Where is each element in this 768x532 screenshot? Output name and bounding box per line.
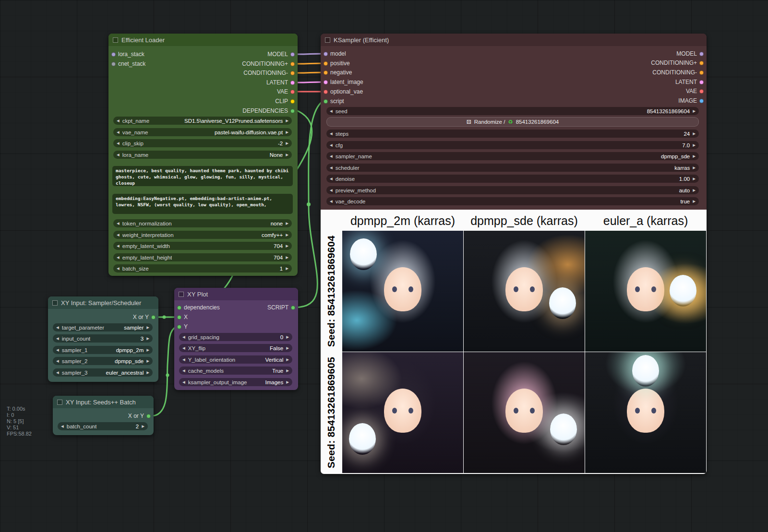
link-midpoint-dot[interactable] bbox=[163, 316, 166, 319]
widget-lora-name[interactable]: ◀lora_nameNone▶ bbox=[113, 151, 292, 159]
decrement-icon[interactable]: ◀ bbox=[330, 200, 333, 203]
widget-grid-spacing[interactable]: ◀grid_spacing0▶ bbox=[179, 333, 292, 341]
output-conditioning-plus[interactable]: CONDITIONING+ bbox=[242, 60, 295, 68]
randomize-seed-button[interactable]: ⚄Randomize /♻85413261869604 bbox=[326, 117, 699, 127]
decrement-icon[interactable]: ◀ bbox=[182, 346, 185, 350]
decrement-icon[interactable]: ◀ bbox=[117, 153, 120, 157]
increment-icon[interactable]: ▶ bbox=[286, 153, 288, 157]
node-xy-input-seeds-batch[interactable]: XY Input: Seeds++ Batch X or Y ◀batch_co… bbox=[53, 396, 154, 435]
decrement-icon[interactable]: ◀ bbox=[330, 177, 333, 181]
node-xy-input-sampler-scheduler[interactable]: XY Input: Sampler/Scheduler X or Y ◀targ… bbox=[48, 296, 158, 382]
output-clip[interactable]: CLIP bbox=[275, 97, 295, 105]
slot-dot[interactable] bbox=[290, 52, 295, 57]
decrement-icon[interactable]: ◀ bbox=[330, 109, 333, 113]
slot-dot[interactable] bbox=[324, 99, 328, 104]
increment-icon[interactable]: ▶ bbox=[693, 154, 696, 158]
input-positive[interactable]: positive bbox=[324, 59, 350, 67]
slot-dot[interactable] bbox=[324, 80, 328, 84]
decrement-icon[interactable]: ◀ bbox=[56, 371, 59, 375]
node-header-xy-plot[interactable]: XY Plot bbox=[174, 288, 298, 300]
output-vae[interactable]: VAE bbox=[277, 88, 295, 95]
widget-weight-interpretation[interactable]: ◀weight_interpretationcomfy++▶ bbox=[113, 231, 292, 239]
increment-icon[interactable]: ▶ bbox=[286, 142, 288, 145]
widget-preview-method[interactable]: ◀preview_methodauto▶ bbox=[326, 186, 699, 194]
increment-icon[interactable]: ▶ bbox=[693, 166, 696, 170]
increment-icon[interactable]: ▶ bbox=[693, 200, 696, 203]
output-x-or-y[interactable]: X or Y bbox=[128, 412, 151, 420]
widget-ksampler-output-image[interactable]: ◀ksampler_output_imageImages▶ bbox=[179, 378, 292, 386]
increment-icon[interactable]: ▶ bbox=[286, 222, 288, 225]
widget-sampler-1[interactable]: ◀sampler_1dpmpp_2m▶ bbox=[53, 346, 153, 354]
link-midpoint-dot[interactable] bbox=[166, 374, 169, 377]
output-dependencies[interactable]: DEPENDENCIES bbox=[242, 107, 295, 115]
node-xy-plot[interactable]: XY Plot dependencies SCRIPT X Y ◀grid_sp… bbox=[174, 288, 298, 390]
input-model[interactable]: model bbox=[324, 50, 346, 58]
widget-token-normalization[interactable]: ◀token_normalizationnone▶ bbox=[113, 219, 292, 227]
slot-dot[interactable] bbox=[111, 52, 116, 57]
increment-icon[interactable]: ▶ bbox=[286, 130, 288, 134]
slot-dot[interactable] bbox=[699, 71, 704, 75]
increment-icon[interactable]: ▶ bbox=[286, 380, 289, 384]
node-header-efficient-loader[interactable]: Efficient Loader bbox=[108, 34, 298, 46]
input-dependencies[interactable]: dependencies bbox=[177, 304, 220, 311]
preview-image-row1-col3[interactable] bbox=[585, 231, 706, 352]
widget-denoise[interactable]: ◀denoise1.00▶ bbox=[326, 175, 699, 183]
output-vae[interactable]: VAE bbox=[686, 87, 704, 95]
slot-dot[interactable] bbox=[290, 62, 295, 66]
slot-dot[interactable] bbox=[291, 306, 295, 310]
preview-image-row2-col2[interactable] bbox=[464, 352, 585, 473]
increment-icon[interactable]: ▶ bbox=[693, 132, 696, 136]
increment-icon[interactable]: ▶ bbox=[146, 371, 149, 375]
decrement-icon[interactable]: ◀ bbox=[182, 358, 185, 362]
output-conditioning-minus[interactable]: CONDITIONING- bbox=[243, 69, 295, 77]
increment-icon[interactable]: ▶ bbox=[146, 326, 149, 330]
widget-scheduler[interactable]: ◀schedulerkarras▶ bbox=[326, 164, 699, 172]
preview-image-row2-col1[interactable] bbox=[342, 352, 463, 473]
slot-dot[interactable] bbox=[177, 315, 181, 319]
preview-image-row1-col1[interactable] bbox=[342, 231, 463, 352]
increment-icon[interactable]: ▶ bbox=[286, 256, 288, 260]
output-image[interactable]: IMAGE bbox=[678, 97, 704, 105]
node-header-ksampler[interactable]: KSampler (Efficient) bbox=[321, 34, 707, 46]
increment-icon[interactable]: ▶ bbox=[286, 267, 288, 271]
widget-sampler-name[interactable]: ◀sampler_namedpmpp_sde▶ bbox=[326, 152, 699, 160]
increment-icon[interactable]: ▶ bbox=[693, 109, 696, 113]
output-latent[interactable]: LATENT bbox=[266, 79, 295, 86]
input-script[interactable]: script bbox=[324, 97, 344, 105]
slot-dot[interactable] bbox=[324, 90, 328, 94]
output-conditioning-plus[interactable]: CONDITIONING+ bbox=[651, 59, 704, 67]
widget-target-parameter[interactable]: ◀target_parametersampler▶ bbox=[53, 323, 153, 331]
collapse-icon[interactable] bbox=[179, 292, 184, 297]
input-x[interactable]: X bbox=[177, 313, 188, 321]
increment-icon[interactable]: ▶ bbox=[286, 358, 289, 362]
widget-vae-decode[interactable]: ◀vae_decodetrue▶ bbox=[326, 197, 699, 205]
increment-icon[interactable]: ▶ bbox=[286, 346, 289, 350]
slot-dot[interactable] bbox=[151, 315, 156, 319]
decrement-icon[interactable]: ◀ bbox=[117, 233, 120, 237]
slot-dot[interactable] bbox=[177, 325, 181, 329]
slot-dot[interactable] bbox=[290, 71, 295, 75]
increment-icon[interactable]: ▶ bbox=[146, 348, 149, 352]
widget-y-label-orientation[interactable]: ◀Y_label_orientationVertical▶ bbox=[179, 355, 292, 364]
node-header-xy-seeds[interactable]: XY Input: Seeds++ Batch bbox=[53, 396, 154, 408]
widget-cfg[interactable]: ◀cfg7.0▶ bbox=[326, 141, 699, 149]
decrement-icon[interactable]: ◀ bbox=[182, 369, 185, 373]
widget-seed[interactable]: ◀seed85413261869604▶ bbox=[326, 107, 699, 115]
widget-input-count[interactable]: ◀input_count3▶ bbox=[53, 334, 153, 343]
slot-dot[interactable] bbox=[290, 90, 295, 94]
input-negative[interactable]: negative bbox=[324, 69, 352, 76]
decrement-icon[interactable]: ◀ bbox=[117, 130, 120, 134]
output-model[interactable]: MODEL bbox=[676, 50, 704, 58]
node-ksampler-efficient[interactable]: KSampler (Efficient) model positive nega… bbox=[321, 34, 707, 474]
decrement-icon[interactable]: ◀ bbox=[330, 143, 333, 147]
increment-icon[interactable]: ▶ bbox=[693, 177, 696, 181]
slot-dot[interactable] bbox=[111, 62, 116, 66]
increment-icon[interactable]: ▶ bbox=[693, 189, 696, 192]
increment-icon[interactable]: ▶ bbox=[286, 119, 288, 123]
decrement-icon[interactable]: ◀ bbox=[117, 244, 120, 248]
decrement-icon[interactable]: ◀ bbox=[182, 335, 185, 339]
output-model[interactable]: MODEL bbox=[267, 50, 295, 58]
preview-image-row1-col2[interactable] bbox=[464, 231, 585, 352]
decrement-icon[interactable]: ◀ bbox=[56, 337, 59, 341]
slot-dot[interactable] bbox=[699, 89, 704, 94]
